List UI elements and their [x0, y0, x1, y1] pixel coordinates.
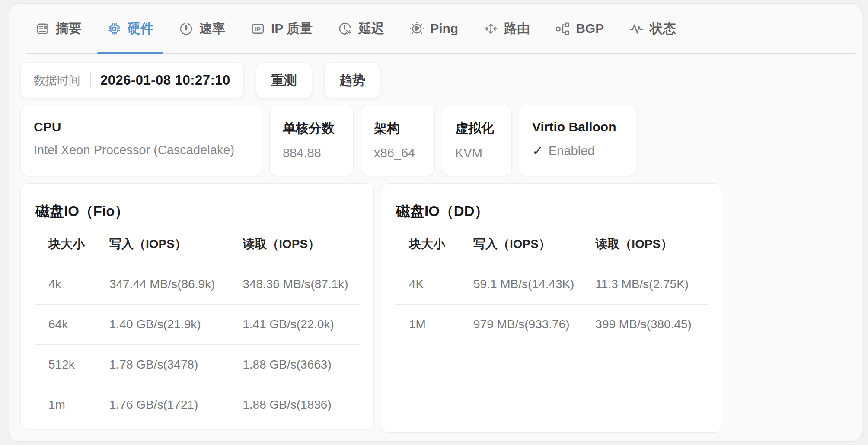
read-cell: 1.88 GB/s(1836)	[243, 385, 360, 425]
column-header: 块大小	[395, 226, 473, 264]
dd-table: 块大小 写入（IOPS） 读取（IOPS） 4K 59.1 MB/s(14.43…	[395, 226, 708, 344]
bgp-topology-icon	[555, 21, 570, 36]
single-core-score-card: 单核分数 884.88	[269, 105, 354, 176]
table-row: 512k 1.78 GB/s(3478) 1.88 GB/s(3663)	[35, 345, 360, 385]
ip-badge-icon: IP	[250, 21, 265, 36]
fio-table: 块大小 写入（IOPS） 读取（IOPS） 4k 347.44 MB/s(86.…	[35, 226, 360, 425]
card-title: 单核分数	[283, 120, 340, 137]
cpu-icon	[107, 21, 122, 36]
trend-button[interactable]: 趋势	[324, 62, 380, 99]
pill-divider	[90, 73, 91, 88]
read-cell: 1.88 GB/s(3663)	[243, 345, 360, 385]
tab-hardware[interactable]: 硬件	[97, 4, 163, 53]
column-header: 读取（IOPS）	[595, 226, 708, 264]
write-cell: 347.44 MB/s(86.9k)	[109, 264, 243, 305]
write-cell: 1.76 GB/s(1721)	[109, 385, 243, 425]
tab-speed[interactable]: 速率	[169, 4, 235, 53]
read-cell: 1.41 GB/s(22.0k)	[243, 305, 360, 345]
tab-ip-quality[interactable]: IP IP 质量	[241, 4, 322, 53]
table-row: 4k 347.44 MB/s(86.9k) 348.36 MB/s(87.1k)	[35, 264, 360, 305]
data-time-value: 2026-01-08 10:27:10	[100, 73, 230, 88]
check-icon: ✓	[532, 143, 543, 159]
tab-bgp[interactable]: BGP	[546, 4, 613, 53]
card-title: 虚拟化	[455, 120, 498, 137]
section-title: 磁盘IO（DD）	[396, 202, 708, 221]
block-size-cell: 4k	[35, 264, 109, 305]
clock24-icon: 24	[338, 21, 353, 36]
tab-route[interactable]: 路由	[474, 4, 539, 53]
disk-io-dd-card: 磁盘IO（DD） 块大小 写入（IOPS） 读取（IOPS） 4K 59.1 M…	[381, 183, 722, 433]
block-size-cell: 512k	[35, 345, 109, 385]
toolbar: 数据时间 2026-01-08 10:27:10 重测 趋势	[20, 62, 850, 99]
table-row: 1m 1.76 GB/s(1721) 1.88 GB/s(1836)	[35, 385, 360, 425]
svg-text:IP: IP	[255, 25, 261, 32]
route-arrows-icon	[483, 21, 498, 36]
table-header-row: 块大小 写入（IOPS） 读取（IOPS）	[395, 226, 708, 264]
retest-button[interactable]: 重测	[256, 62, 312, 99]
globe-icon	[409, 21, 424, 36]
tab-label: 摘要	[56, 20, 82, 38]
write-cell: 979 MB/s(933.76)	[473, 305, 595, 345]
tab-label: 状态	[650, 20, 676, 38]
column-header: 写入（IOPS）	[473, 226, 595, 264]
svg-text:24: 24	[345, 29, 351, 34]
tab-status[interactable]: 状态	[619, 4, 685, 53]
tab-label: IP 质量	[271, 20, 313, 38]
column-header: 块大小	[35, 226, 109, 264]
card-value: KVM	[455, 146, 498, 160]
disk-io-row: 磁盘IO（Fio） 块大小 写入（IOPS） 读取（IOPS） 4k 347.4…	[20, 183, 850, 433]
card-value: x86_64	[374, 146, 421, 160]
summary-icon	[35, 21, 50, 36]
activity-icon	[629, 21, 644, 36]
section-title: 磁盘IO（Fio）	[35, 202, 360, 221]
benchmark-panel: 摘要 硬件 速率 IP IP 质量	[9, 3, 862, 442]
tab-label: 硬件	[128, 20, 153, 38]
balloon-status: Enabled	[549, 144, 594, 158]
disk-io-fio-card: 磁盘IO（Fio） 块大小 写入（IOPS） 读取（IOPS） 4k 347.4…	[20, 183, 374, 429]
card-value: 884.88	[283, 146, 340, 160]
tab-label: Ping	[430, 21, 458, 36]
cpu-card: CPU Intel Xeon Processor (Cascadelake)	[20, 105, 262, 176]
block-size-cell: 64k	[35, 305, 109, 345]
tab-bar: 摘要 硬件 速率 IP IP 质量	[26, 4, 855, 54]
info-card-row: CPU Intel Xeon Processor (Cascadelake) 单…	[20, 105, 850, 176]
write-cell: 59.1 MB/s(14.43K)	[473, 264, 595, 305]
read-cell: 11.3 MB/s(2.75K)	[595, 264, 708, 305]
table-row: 64k 1.40 GB/s(21.9k) 1.41 GB/s(22.0k)	[35, 305, 360, 345]
architecture-card: 架构 x86_64	[361, 105, 435, 176]
table-header-row: 块大小 写入（IOPS） 读取（IOPS）	[35, 226, 360, 264]
column-header: 读取（IOPS）	[243, 226, 360, 264]
tab-label: 速率	[199, 20, 225, 38]
tab-ping[interactable]: Ping	[400, 4, 468, 53]
card-value: ✓ Enabled	[532, 143, 623, 159]
block-size-cell: 1m	[35, 385, 109, 425]
card-title: Virtio Balloon	[532, 120, 623, 134]
card-value: Intel Xeon Processor (Cascadelake)	[34, 143, 249, 157]
tab-label: 路由	[504, 20, 530, 38]
tab-label: 延迟	[358, 20, 384, 38]
table-row: 4K 59.1 MB/s(14.43K) 11.3 MB/s(2.75K)	[395, 264, 708, 305]
read-cell: 348.36 MB/s(87.1k)	[243, 264, 360, 305]
block-size-cell: 4K	[395, 264, 473, 305]
write-cell: 1.40 GB/s(21.9k)	[109, 305, 243, 345]
block-size-cell: 1M	[395, 305, 473, 345]
virtio-balloon-card: Virtio Balloon ✓ Enabled	[519, 105, 636, 176]
card-title: 架构	[374, 120, 421, 137]
data-time-label: 数据时间	[34, 73, 80, 88]
read-cell: 399 MB/s(380.45)	[595, 305, 708, 345]
write-cell: 1.78 GB/s(3478)	[109, 345, 243, 385]
virtualization-card: 虚拟化 KVM	[442, 105, 512, 176]
tab-latency[interactable]: 24 延迟	[328, 4, 394, 53]
card-title: CPU	[34, 120, 249, 134]
column-header: 写入（IOPS）	[109, 226, 243, 264]
table-row: 1M 979 MB/s(933.76) 399 MB/s(380.45)	[395, 305, 708, 345]
tab-label: BGP	[576, 21, 604, 36]
gauge-icon	[179, 21, 194, 36]
data-time-pill: 数据时间 2026-01-08 10:27:10	[20, 62, 244, 99]
tab-summary[interactable]: 摘要	[26, 4, 91, 53]
